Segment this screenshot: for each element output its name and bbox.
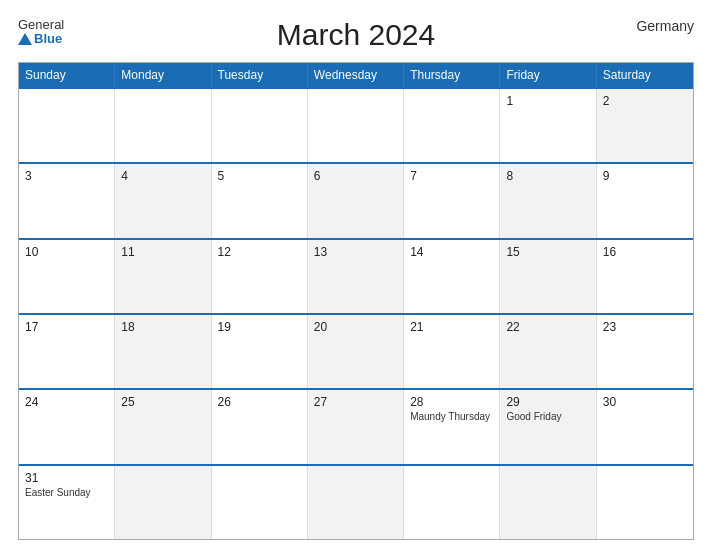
calendar-week-3: 10111213141516 <box>19 238 693 313</box>
day-number: 17 <box>25 320 108 334</box>
day-number: 16 <box>603 245 687 259</box>
calendar-cell-w4-d3: 19 <box>212 315 308 388</box>
calendar-cell-w6-d2 <box>115 466 211 539</box>
calendar-week-5: 2425262728Maundy Thursday29Good Friday30 <box>19 388 693 463</box>
calendar-week-6: 31Easter Sunday <box>19 464 693 539</box>
day-number: 5 <box>218 169 301 183</box>
day-number: 1 <box>506 94 589 108</box>
calendar-title: March 2024 <box>277 18 435 52</box>
day-number: 24 <box>25 395 108 409</box>
day-number: 7 <box>410 169 493 183</box>
day-number: 13 <box>314 245 397 259</box>
country-label: Germany <box>636 18 694 34</box>
calendar-cell-w3-d6: 15 <box>500 240 596 313</box>
calendar-cell-w6-d4 <box>308 466 404 539</box>
calendar-cell-w2-d6: 8 <box>500 164 596 237</box>
calendar-grid: Sunday Monday Tuesday Wednesday Thursday… <box>18 62 694 540</box>
calendar-cell-w1-d6: 1 <box>500 89 596 162</box>
calendar-cell-w4-d1: 17 <box>19 315 115 388</box>
calendar-cell-w6-d5 <box>404 466 500 539</box>
calendar-cell-w3-d7: 16 <box>597 240 693 313</box>
calendar-cell-w6-d1: 31Easter Sunday <box>19 466 115 539</box>
calendar-week-2: 3456789 <box>19 162 693 237</box>
col-header-thursday: Thursday <box>404 63 500 87</box>
day-number: 23 <box>603 320 687 334</box>
calendar-cell-w2-d2: 4 <box>115 164 211 237</box>
day-number: 6 <box>314 169 397 183</box>
calendar-cell-w4-d2: 18 <box>115 315 211 388</box>
calendar-cell-w1-d3 <box>212 89 308 162</box>
calendar-cell-w2-d4: 6 <box>308 164 404 237</box>
calendar-cell-w3-d5: 14 <box>404 240 500 313</box>
calendar-cell-w1-d5 <box>404 89 500 162</box>
calendar-cell-w5-d3: 26 <box>212 390 308 463</box>
col-header-saturday: Saturday <box>597 63 693 87</box>
day-number: 27 <box>314 395 397 409</box>
calendar-cell-w1-d7: 2 <box>597 89 693 162</box>
calendar-cell-w2-d1: 3 <box>19 164 115 237</box>
day-number: 9 <box>603 169 687 183</box>
day-number: 11 <box>121 245 204 259</box>
calendar-cell-w4-d7: 23 <box>597 315 693 388</box>
calendar-cell-w3-d4: 13 <box>308 240 404 313</box>
calendar-cell-w1-d4 <box>308 89 404 162</box>
day-number: 2 <box>603 94 687 108</box>
day-number: 28 <box>410 395 493 409</box>
col-header-tuesday: Tuesday <box>212 63 308 87</box>
day-number: 10 <box>25 245 108 259</box>
day-number: 31 <box>25 471 108 485</box>
day-number: 29 <box>506 395 589 409</box>
calendar-cell-w6-d7 <box>597 466 693 539</box>
calendar-cell-w5-d1: 24 <box>19 390 115 463</box>
col-header-friday: Friday <box>500 63 596 87</box>
day-number: 18 <box>121 320 204 334</box>
calendar-week-4: 17181920212223 <box>19 313 693 388</box>
calendar-header: General Blue March 2024 Germany <box>18 18 694 52</box>
calendar-header-row: Sunday Monday Tuesday Wednesday Thursday… <box>19 63 693 87</box>
calendar-cell-w3-d3: 12 <box>212 240 308 313</box>
calendar-cell-w5-d7: 30 <box>597 390 693 463</box>
calendar-body: 1234567891011121314151617181920212223242… <box>19 87 693 539</box>
day-number: 22 <box>506 320 589 334</box>
calendar-cell-w2-d3: 5 <box>212 164 308 237</box>
day-number: 19 <box>218 320 301 334</box>
day-number: 3 <box>25 169 108 183</box>
day-number: 20 <box>314 320 397 334</box>
logo-general-text: General <box>18 18 64 32</box>
calendar-week-1: 12 <box>19 87 693 162</box>
holiday-label: Good Friday <box>506 411 589 422</box>
logo-blue-text: Blue <box>18 32 64 46</box>
day-number: 26 <box>218 395 301 409</box>
calendar-cell-w4-d5: 21 <box>404 315 500 388</box>
calendar-cell-w4-d6: 22 <box>500 315 596 388</box>
day-number: 30 <box>603 395 687 409</box>
calendar-cell-w5-d4: 27 <box>308 390 404 463</box>
col-header-wednesday: Wednesday <box>308 63 404 87</box>
calendar-cell-w3-d2: 11 <box>115 240 211 313</box>
day-number: 21 <box>410 320 493 334</box>
calendar-cell-w6-d3 <box>212 466 308 539</box>
page: General Blue March 2024 Germany Sunday M… <box>0 0 712 550</box>
col-header-monday: Monday <box>115 63 211 87</box>
logo-triangle-icon <box>18 33 32 45</box>
day-number: 25 <box>121 395 204 409</box>
holiday-label: Maundy Thursday <box>410 411 493 422</box>
day-number: 8 <box>506 169 589 183</box>
calendar-cell-w5-d5: 28Maundy Thursday <box>404 390 500 463</box>
day-number: 12 <box>218 245 301 259</box>
holiday-label: Easter Sunday <box>25 487 108 498</box>
day-number: 14 <box>410 245 493 259</box>
calendar-cell-w3-d1: 10 <box>19 240 115 313</box>
col-header-sunday: Sunday <box>19 63 115 87</box>
day-number: 4 <box>121 169 204 183</box>
calendar-cell-w1-d2 <box>115 89 211 162</box>
day-number: 15 <box>506 245 589 259</box>
logo: General Blue <box>18 18 64 47</box>
calendar-cell-w5-d6: 29Good Friday <box>500 390 596 463</box>
calendar-cell-w2-d7: 9 <box>597 164 693 237</box>
calendar-cell-w4-d4: 20 <box>308 315 404 388</box>
calendar-cell-w1-d1 <box>19 89 115 162</box>
calendar-cell-w2-d5: 7 <box>404 164 500 237</box>
calendar-cell-w5-d2: 25 <box>115 390 211 463</box>
calendar-cell-w6-d6 <box>500 466 596 539</box>
